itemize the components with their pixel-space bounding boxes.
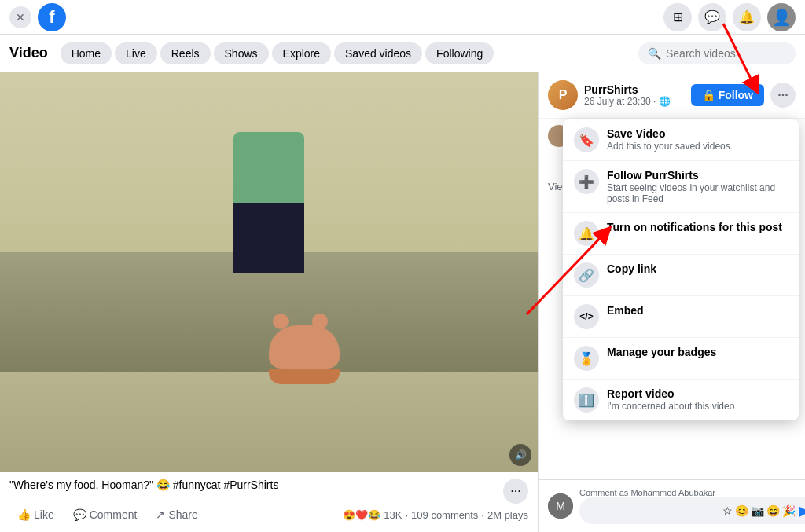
- tab-live[interactable]: Live: [115, 42, 157, 64]
- person-figure: [233, 132, 304, 273]
- channel-name: PurrShirts: [584, 83, 685, 96]
- cat-figure: [269, 325, 355, 384]
- video-section-title: Video: [9, 45, 48, 61]
- menu-text-notifications: Turn on notifications for this post: [607, 221, 782, 233]
- video-more-options-button[interactable]: ···: [503, 479, 528, 504]
- embed-icon: </>: [574, 304, 599, 329]
- tab-shows[interactable]: Shows: [214, 42, 269, 64]
- share-icon: ↗: [156, 508, 165, 521]
- sticker-emoji-button[interactable]: 🎉: [782, 504, 796, 517]
- reaction-count: 13K: [384, 509, 402, 521]
- dropdown-menu: 🔖 Save Video Add this to your saved vide…: [563, 119, 799, 420]
- follow-label: Follow: [719, 89, 753, 101]
- menu-item-notifications[interactable]: 🔔 Turn on notifications for this post: [563, 213, 799, 255]
- reaction-emojis: 😍❤️😂: [343, 509, 380, 521]
- volume-icon[interactable]: 🔊: [509, 444, 531, 466]
- emoji-buttons: ☆ 😊 📷 😄 🎉: [722, 504, 796, 517]
- save-video-sublabel: Add this to your saved videos.: [607, 141, 733, 152]
- share-button[interactable]: ↗ Share: [148, 504, 205, 526]
- post-info: PurrShirts 26 July at 23:30 · 🌐: [584, 83, 685, 107]
- bell-icon: 🔔: [574, 221, 599, 246]
- menu-item-embed[interactable]: </> Embed: [563, 296, 799, 338]
- more-options-button[interactable]: ···: [770, 83, 796, 108]
- commenter-avatar: M: [548, 493, 573, 519]
- report-sublabel: I'm concerned about this video: [607, 401, 734, 412]
- post-date: 26 July at 23:30 · 🌐: [584, 96, 671, 107]
- menu-text-copy-link: Copy link: [607, 262, 656, 275]
- menu-item-follow[interactable]: ➕ Follow PurrShirts Start seeing videos …: [563, 161, 799, 213]
- dot-separator2: ·: [481, 509, 484, 521]
- video-placeholder: 🔊: [0, 72, 538, 472]
- video-search-bar[interactable]: 🔍: [638, 42, 796, 64]
- top-navigation: ✕ f ⊞ 💬 🔔 👤: [0, 0, 805, 35]
- messenger-icon-button[interactable]: 💬: [698, 3, 726, 31]
- menu-item-badges[interactable]: 🏅 Manage your badges: [563, 338, 799, 380]
- badge-icon: 🏅: [574, 346, 599, 371]
- comment-input-label: Comment as Mohammed Abubakar: [579, 488, 805, 497]
- menu-text-save: Save Video Add this to your saved videos…: [607, 127, 733, 152]
- reactions-bar: 😍❤️😂 13K · 109 comments · 2M plays: [343, 509, 528, 521]
- thumbs-up-icon: 👍: [17, 508, 31, 521]
- top-nav-right: ⊞ 💬 🔔 👤: [663, 3, 796, 31]
- star-emoji-button[interactable]: ☆: [722, 504, 733, 517]
- plays-count: 2M plays: [487, 509, 528, 521]
- comment-button[interactable]: 💬 Comment: [65, 504, 145, 526]
- notifications-label: Turn on notifications for this post: [607, 221, 782, 233]
- follow-purrshirts-sublabel: Start seeing videos in your watchlist an…: [607, 182, 788, 204]
- share-label: Share: [168, 508, 197, 521]
- menu-text-badges: Manage your badges: [607, 346, 716, 358]
- menu-text-follow: Follow PurrShirts Start seeing videos in…: [607, 169, 788, 204]
- channel-avatar: P: [548, 80, 578, 110]
- search-input[interactable]: [666, 47, 784, 60]
- tab-reels[interactable]: Reels: [160, 42, 211, 64]
- bookmark-icon: 🔖: [574, 127, 599, 152]
- video-caption: "Where's my food, Hooman?" 😂 #funnycat #…: [9, 479, 278, 491]
- post-meta: 26 July at 23:30 · 🌐: [584, 96, 685, 107]
- send-button[interactable]: ▶: [799, 502, 805, 519]
- info-icon: ℹ️: [574, 387, 599, 413]
- facebook-logo[interactable]: f: [38, 3, 66, 31]
- comment-input-bar: M Comment as Mohammed Abubakar ☆ 😊 📷 😄 🎉…: [539, 479, 805, 532]
- menu-item-report[interactable]: ℹ️ Report video I'm concerned about this…: [563, 380, 799, 420]
- video-navigation: Video Home Live Reels Shows Explore Save…: [0, 35, 805, 72]
- comment-input-box: ☆ 😊 📷 😄 🎉 ▶: [579, 497, 805, 524]
- tab-home[interactable]: Home: [61, 42, 112, 64]
- gif-emoji-button[interactable]: 😄: [766, 504, 780, 517]
- camera-emoji-button[interactable]: 📷: [751, 504, 764, 517]
- tab-following[interactable]: Following: [425, 42, 494, 64]
- copy-link-label: Copy link: [607, 262, 656, 275]
- follow-purrshirts-label: Follow PurrShirts: [607, 169, 788, 182]
- save-video-label: Save Video: [607, 127, 733, 140]
- top-nav-left: ✕ f: [9, 3, 66, 31]
- like-label: Like: [34, 508, 54, 521]
- post-header: P PurrShirts 26 July at 23:30 · 🌐 🔒 Foll…: [539, 72, 805, 119]
- link-icon: 🔗: [574, 262, 599, 288]
- right-panel: P PurrShirts 26 July at 23:30 · 🌐 🔒 Foll…: [538, 72, 805, 532]
- video-action-bar: 👍 Like 💬 Comment ↗ Share 😍❤️😂 13K · 109 …: [9, 504, 528, 526]
- tab-saved-videos[interactable]: Saved videos: [334, 42, 422, 64]
- smile-emoji-button[interactable]: 😊: [735, 504, 748, 517]
- profile-avatar-button[interactable]: 👤: [767, 3, 796, 31]
- follow-plus-icon: ➕: [574, 169, 599, 194]
- grid-icon-button[interactable]: ⊞: [663, 3, 692, 31]
- video-bottom-bar: "Where's my food, Hooman?" 😂 #funnycat #…: [0, 472, 538, 532]
- main-layout: 🔊 "Where's my food, Hooman?" 😂 #funnycat…: [0, 72, 805, 532]
- notifications-icon-button[interactable]: 🔔: [733, 3, 761, 31]
- embed-label: Embed: [607, 304, 644, 317]
- comment-input-wrapper: Comment as Mohammed Abubakar ☆ 😊 📷 😄 🎉 ▶: [579, 488, 805, 524]
- menu-text-report: Report video I'm concerned about this vi…: [607, 387, 734, 412]
- comment-label: Comment: [90, 508, 138, 521]
- comment-icon: 💬: [73, 508, 86, 521]
- comment-text-input[interactable]: [587, 505, 719, 517]
- tab-explore[interactable]: Explore: [272, 42, 331, 64]
- video-player-container[interactable]: 🔊: [0, 72, 538, 472]
- kitchen-floor: [0, 372, 538, 472]
- menu-item-copy-link[interactable]: 🔗 Copy link: [563, 255, 799, 296]
- like-button[interactable]: 👍 Like: [9, 504, 62, 526]
- badges-label: Manage your badges: [607, 346, 716, 358]
- report-label: Report video: [607, 387, 734, 400]
- close-button[interactable]: ✕: [9, 6, 31, 28]
- search-icon: 🔍: [648, 47, 661, 60]
- menu-item-save-video[interactable]: 🔖 Save Video Add this to your saved vide…: [563, 119, 799, 161]
- follow-button[interactable]: 🔒 Follow: [691, 84, 764, 106]
